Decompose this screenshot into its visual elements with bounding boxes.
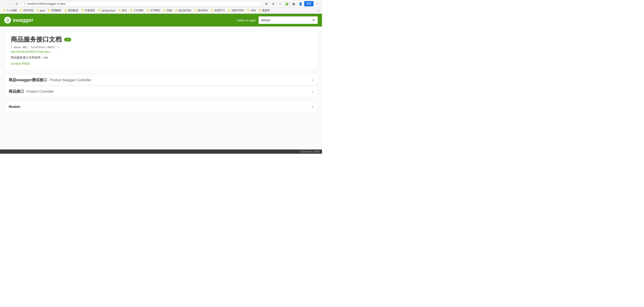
- folder-icon: 📁: [3, 9, 6, 12]
- translate-button[interactable]: ⊞: [264, 1, 270, 7]
- browser-nav: ← → ↻ ⓘ localhost:9091/swagger-ui.html ⊞…: [0, 0, 322, 8]
- bookmark-软件安装[interactable]: 📁 软件安装: [18, 8, 35, 13]
- sidebar-button[interactable]: ▣: [291, 1, 296, 7]
- menu-button[interactable]: ⋮: [314, 1, 320, 7]
- bookmark-机器学习[interactable]: 📁 机器学习: [210, 8, 226, 13]
- bookmark-button[interactable]: ☆: [277, 1, 283, 7]
- lock-icon: ⓘ: [24, 2, 26, 6]
- bookmark-label: java: [40, 9, 45, 12]
- folder-icon: 📁: [175, 9, 178, 12]
- bookmark-label: 机器学习: [214, 9, 225, 12]
- bookmark-数据库[interactable]: 📁 数据库: [258, 8, 271, 13]
- bookmark-label: 前端: [167, 9, 172, 12]
- bookmark-前端[interactable]: 📁 前端: [162, 8, 173, 13]
- swagger-header: {} swagger Select a spec default: [0, 14, 322, 27]
- api-docs-link[interactable]: http://localhost:9091/v2/api-docs: [11, 50, 311, 53]
- bookmark-label: VPN: [250, 9, 256, 12]
- url-text: localhost:9091/swagger-ui.html: [27, 2, 65, 5]
- base-url: [ Base URL: localhost:9091/ ]: [11, 46, 311, 49]
- contact-link[interactable]: Contact 55555: [11, 62, 30, 65]
- folder-icon: 📁: [81, 9, 84, 12]
- folder-icon: 📁: [64, 9, 67, 12]
- folder-icon: 📁: [118, 9, 121, 12]
- bookmark-label: 原理解析: [51, 9, 62, 12]
- folder-icon: 📁: [36, 9, 40, 12]
- spec-selector: Select a spec default: [237, 16, 318, 24]
- bookmark-消息中间件[interactable]: 📁 消息中间件: [226, 8, 245, 13]
- bookmarks-bar: 📁 个人收藏 📁 软件安装 📁 java 📁 原理解析 📁 源码解读 📁 开发框…: [0, 8, 322, 14]
- bookmark-label: 工作项目: [134, 9, 144, 12]
- bookmark-算法[interactable]: 📁 算法: [117, 8, 128, 13]
- bookmark-工作项目[interactable]: 📁 工作项目: [128, 8, 145, 13]
- api-section-product[interactable]: 商品接口 Product Controller ›: [4, 86, 318, 97]
- api-section-swagger[interactable]: 商品swagger测试接口 Product Swagger Controller…: [4, 74, 318, 85]
- section-title-container: 商品swagger测试接口 Product Swagger Controller: [9, 77, 91, 83]
- models-title: Models: [9, 105, 20, 109]
- folder-icon: 📁: [146, 9, 150, 12]
- folder-icon: 📁: [211, 9, 214, 12]
- folder-icon: 📁: [163, 9, 166, 12]
- folder-icon: 📁: [48, 9, 51, 12]
- bookmark-VPN[interactable]: 📁 VPN: [246, 9, 257, 13]
- bookmark-label: 软件安装: [23, 9, 34, 12]
- update-button[interactable]: 更新: [304, 1, 314, 6]
- section-chevron-icon: ›: [312, 89, 313, 94]
- swagger-content: 商品服务接口文档 1.0 [ Base URL: localhost:9091/…: [0, 27, 322, 149]
- section-chevron-icon: ›: [312, 78, 313, 82]
- section-title: 商品swagger测试接口: [9, 78, 47, 82]
- bookmark-java[interactable]: 📁 java: [35, 9, 46, 13]
- folder-icon: 📁: [259, 9, 262, 12]
- bookmark-label: 算法: [122, 9, 127, 12]
- models-chevron-icon: ›: [312, 105, 313, 109]
- browser-chrome: ← → ↻ ⓘ localhost:9091/swagger-ui.html ⊞…: [0, 0, 322, 14]
- bookmark-公司网址[interactable]: 📁 公司网址: [145, 8, 162, 13]
- bookmark-label: 源码解读: [68, 9, 78, 12]
- folder-icon: 📁: [247, 9, 250, 12]
- section-title: 商品接口: [9, 89, 24, 94]
- bookmark-spring-cloud[interactable]: 📁 spring cloud: [96, 9, 116, 13]
- api-info-block: 商品服务接口文档 1.0 [ Base URL: localhost:9091/…: [4, 31, 318, 70]
- bookmark-操作指令[interactable]: 📁 操作指令: [193, 8, 209, 13]
- swagger-symbol: {}: [6, 18, 9, 22]
- extensions-button[interactable]: 🧩: [284, 1, 290, 7]
- bookmark-label: 做点好玩的: [178, 9, 191, 12]
- folder-icon: 📁: [20, 9, 23, 12]
- swagger-brand-text: swagger: [13, 17, 33, 23]
- bookmark-开发框架[interactable]: 📁 开发框架: [80, 8, 96, 13]
- bookmark-label: 操作指令: [198, 9, 208, 12]
- spec-select[interactable]: default: [258, 16, 318, 24]
- version-badge: 1.0: [64, 38, 71, 42]
- bottom-bar: CSDN @wu_55555: [0, 149, 322, 154]
- folder-icon: 📁: [98, 9, 101, 12]
- folder-icon: 📁: [130, 9, 133, 12]
- forward-button[interactable]: →: [8, 1, 13, 6]
- swagger-logo-icon: {}: [4, 17, 11, 24]
- section-subtitle: Product Controller: [26, 90, 54, 93]
- api-title: 商品服务接口文档 1.0: [11, 35, 311, 44]
- bookmark-源码解读[interactable]: 📁 源码解读: [63, 8, 80, 13]
- bookmark-label: 个人收藏: [6, 9, 17, 12]
- bookmark-label: spring cloud: [102, 9, 115, 12]
- select-spec-label: Select a spec: [237, 19, 256, 22]
- bookmark-label: 开发框架: [85, 9, 95, 12]
- models-section[interactable]: Models ›: [4, 101, 318, 112]
- bookmark-做点好玩的[interactable]: 📁 做点好玩的: [174, 8, 192, 13]
- bookmark-label: 数据库: [262, 9, 270, 12]
- bookmark-label: 公司网址: [150, 9, 160, 12]
- profile-button[interactable]: 👤: [298, 1, 303, 7]
- api-sections: 商品swagger测试接口 Product Swagger Controller…: [4, 74, 318, 97]
- swagger-logo: {} swagger: [4, 17, 33, 24]
- address-bar[interactable]: ⓘ localhost:9091/swagger-ui.html: [21, 1, 262, 7]
- download-button[interactable]: ⬇: [270, 1, 276, 7]
- api-title-text: 商品服务接口文档: [11, 35, 62, 44]
- bookmark-原理解析[interactable]: 📁 原理解析: [46, 8, 63, 13]
- folder-icon: 📁: [194, 9, 197, 12]
- section-subtitle: Product Swagger Controller: [50, 78, 91, 82]
- back-button[interactable]: ←: [2, 1, 7, 6]
- bookmark-个人收藏[interactable]: 📁 个人收藏: [2, 8, 18, 13]
- bookmarks-overflow[interactable]: »: [317, 9, 320, 13]
- folder-icon: 📁: [228, 9, 231, 12]
- footer-text: CSDN @wu_55555: [300, 150, 320, 153]
- bookmark-label: 消息中间件: [231, 9, 244, 12]
- reload-button[interactable]: ↻: [14, 1, 20, 6]
